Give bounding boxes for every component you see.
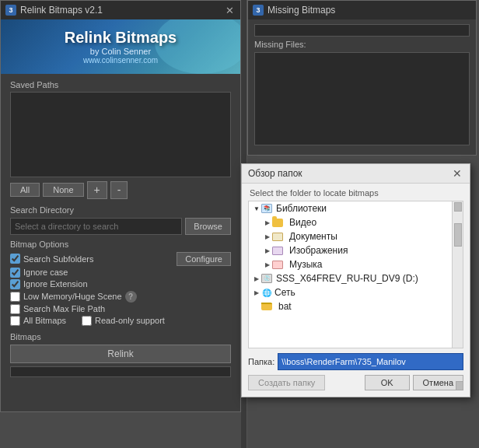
- ignore-extension-label[interactable]: Ignore Extension: [10, 279, 88, 289]
- bitmaps-label: Bitmaps: [10, 332, 231, 341]
- saved-paths-label: Saved Paths: [10, 80, 231, 89]
- search-subfolders-row: Search Subfolders Configure: [10, 252, 231, 266]
- libraries-icon: 📚: [261, 204, 274, 213]
- tree-item-libraries[interactable]: ▼ 📚 Библиотеки: [249, 201, 452, 215]
- dialog-title: Обзор папок: [248, 168, 302, 179]
- dialog-buttons-row: Создать папку OK Отмена: [248, 375, 463, 390]
- libraries-label: Библиотеки: [276, 203, 327, 214]
- missing-files-label: Missing Files:: [254, 40, 470, 49]
- saved-paths-buttons: All None + -: [10, 181, 231, 199]
- bottom-scrollbar[interactable]: [10, 366, 231, 377]
- search-max-path-checkbox[interactable]: [10, 304, 20, 314]
- tree-item-documents[interactable]: ▶ Документы: [249, 229, 452, 243]
- low-memory-row: Low Memory/Huge Scene ?: [10, 291, 231, 303]
- docs-folder-icon: [272, 232, 285, 241]
- tree-item-music[interactable]: ▶ Музыка: [249, 257, 452, 271]
- dialog-titlebar: Обзор папок ✕: [242, 164, 470, 184]
- scroll-up-arrow[interactable]: [454, 202, 462, 212]
- music-label: Музыка: [289, 259, 322, 270]
- search-dir-row: Browse: [10, 218, 231, 235]
- banner-subtitle: by Colin Senner: [90, 47, 151, 56]
- search-directory-label: Search Directory: [10, 205, 231, 215]
- folder-tree-container: ▼ 📚 Библиотеки ▶ Видео ▶ Документы: [248, 201, 463, 348]
- images-folder-icon: [272, 246, 285, 255]
- remove-path-button[interactable]: -: [110, 181, 128, 199]
- drive-icon: 💿: [261, 274, 274, 283]
- search-directory-input[interactable]: [10, 218, 182, 235]
- relink-button[interactable]: Relink: [10, 345, 231, 363]
- saved-paths-box: [10, 92, 231, 177]
- ignore-case-label[interactable]: Ignore case: [10, 268, 68, 278]
- relink-close-button[interactable]: ✕: [223, 4, 236, 16]
- missing-titlebar: 3 Missing Bitmaps: [248, 1, 476, 19]
- low-memory-label[interactable]: Low Memory/Huge Scene: [10, 292, 122, 302]
- path-label: Папка:: [248, 357, 274, 366]
- scroll-thumb[interactable]: [454, 223, 462, 247]
- tree-scrollbar[interactable]: [452, 201, 463, 348]
- drive-label: SSS_X64FREV_RU-RU_DV9 (D:): [276, 273, 418, 284]
- dialog-ok-cancel: OK Отмена: [365, 375, 463, 390]
- configure-button[interactable]: Configure: [177, 252, 231, 266]
- bat-label: bat: [278, 301, 292, 312]
- add-path-button[interactable]: +: [87, 181, 107, 199]
- bitmap-options-label: Bitmap Options: [10, 240, 231, 249]
- missing-progress-bar: [254, 24, 470, 37]
- search-max-path-label[interactable]: Search Max File Path: [10, 304, 105, 314]
- docs-arrow[interactable]: ▶: [263, 232, 272, 241]
- dialog-close-button[interactable]: ✕: [451, 168, 463, 179]
- drive-arrow[interactable]: ▶: [252, 274, 261, 283]
- browse-folders-dialog: Обзор папок ✕ Select the folder to locat…: [241, 163, 470, 397]
- low-memory-checkbox[interactable]: [10, 292, 20, 302]
- search-subfolders-label[interactable]: Search Subfolders: [10, 254, 94, 264]
- all-bitmaps-row: All Bitmaps Read-only support: [10, 316, 231, 326]
- all-bitmaps-label[interactable]: All Bitmaps: [10, 316, 66, 326]
- relink-window-title: Relink Bitmaps v2.1: [20, 5, 103, 16]
- read-only-checkbox[interactable]: [82, 316, 92, 326]
- music-folder-icon: [272, 260, 285, 269]
- banner-title: Relink Bitmaps: [65, 29, 177, 47]
- folder-tree: ▼ 📚 Библиотеки ▶ Видео ▶ Документы: [249, 201, 452, 348]
- dialog-description: Select the folder to locate bitmaps: [242, 184, 470, 201]
- network-arrow[interactable]: ▶: [252, 288, 261, 297]
- tree-item-drive[interactable]: ▶ 💿 SSS_X64FREV_RU-RU_DV9 (D:): [249, 271, 452, 285]
- video-label: Видео: [289, 217, 316, 228]
- relink-app-icon: 3: [5, 5, 16, 16]
- create-folder-button[interactable]: Создать папку: [248, 375, 325, 390]
- search-subfolders-checkbox[interactable]: [10, 254, 20, 264]
- path-input[interactable]: [278, 353, 463, 370]
- ignore-extension-checkbox[interactable]: [10, 279, 20, 289]
- all-button[interactable]: All: [10, 183, 40, 197]
- tree-item-network[interactable]: ▶ 🌐 Сеть: [249, 285, 452, 299]
- ok-button[interactable]: OK: [365, 375, 410, 390]
- relink-window: 3 Relink Bitmaps v2.1 ✕ Relink Bitmaps b…: [0, 0, 241, 412]
- libraries-arrow[interactable]: ▼: [252, 204, 261, 213]
- search-max-path-row: Search Max File Path: [10, 304, 231, 314]
- relink-banner: Relink Bitmaps by Colin Senner www.colin…: [1, 19, 240, 74]
- read-only-label[interactable]: Read-only support: [82, 316, 165, 326]
- ignore-case-checkbox[interactable]: [10, 268, 20, 278]
- missing-files-box: [254, 52, 470, 145]
- none-button[interactable]: None: [43, 183, 83, 197]
- missing-window: 3 Missing Bitmaps Missing Files:: [247, 0, 477, 156]
- all-bitmaps-checkbox[interactable]: [10, 316, 20, 326]
- network-label: Сеть: [274, 287, 295, 298]
- video-arrow[interactable]: ▶: [263, 218, 272, 227]
- tree-item-images[interactable]: ▶ Изображения: [249, 243, 452, 257]
- images-arrow[interactable]: ▶: [263, 246, 272, 255]
- network-icon: 🌐: [261, 288, 272, 297]
- ignore-extension-row: Ignore Extension: [10, 279, 231, 289]
- relink-titlebar: 3 Relink Bitmaps v2.1 ✕: [1, 1, 240, 19]
- banner-decoration: [155, 19, 240, 74]
- images-label: Изображения: [289, 245, 348, 256]
- tree-item-video[interactable]: ▶ Видео: [249, 215, 452, 229]
- browse-button[interactable]: Browse: [185, 218, 231, 235]
- music-arrow[interactable]: ▶: [263, 260, 272, 269]
- missing-app-icon: 3: [253, 5, 264, 16]
- scroll-down-arrow[interactable]: [456, 381, 463, 390]
- video-folder-icon: [272, 218, 285, 227]
- help-icon[interactable]: ?: [125, 291, 137, 303]
- tree-item-bat[interactable]: bat: [249, 299, 452, 313]
- relink-btn-container: Relink: [10, 345, 231, 363]
- docs-label: Документы: [289, 231, 337, 242]
- missing-window-title: Missing Bitmaps: [267, 5, 335, 16]
